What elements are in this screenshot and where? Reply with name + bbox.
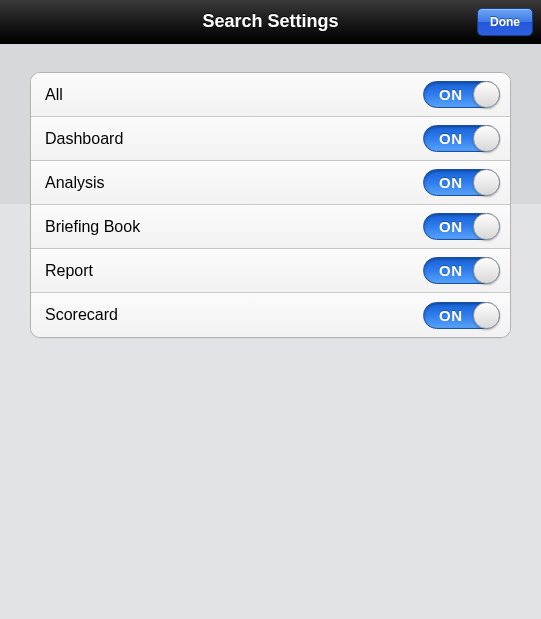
toggle-knob-icon <box>473 257 500 284</box>
row-all: All ON <box>31 73 510 117</box>
toggle-knob-icon <box>473 169 500 196</box>
row-scorecard: Scorecard ON <box>31 293 510 337</box>
toggle-knob-icon <box>473 213 500 240</box>
content-area: All ON Dashboard ON Analysis ON Briefing… <box>0 44 541 366</box>
toggle-on-label: ON <box>439 218 463 235</box>
row-label: Scorecard <box>45 306 118 324</box>
row-dashboard: Dashboard ON <box>31 117 510 161</box>
toggle-dashboard[interactable]: ON <box>423 125 500 152</box>
toggle-all[interactable]: ON <box>423 81 500 108</box>
toggle-knob-icon <box>473 125 500 152</box>
header-bar: Search Settings Done <box>0 0 541 44</box>
toggle-on-label: ON <box>439 262 463 279</box>
row-label: Analysis <box>45 174 105 192</box>
toggle-on-label: ON <box>439 307 463 324</box>
toggle-on-label: ON <box>439 174 463 191</box>
row-label: All <box>45 86 63 104</box>
page-title: Search Settings <box>202 11 338 32</box>
toggle-knob-icon <box>473 302 500 329</box>
row-label: Report <box>45 262 93 280</box>
row-report: Report ON <box>31 249 510 293</box>
settings-table: All ON Dashboard ON Analysis ON Briefing… <box>30 72 511 338</box>
toggle-on-label: ON <box>439 86 463 103</box>
toggle-briefing-book[interactable]: ON <box>423 213 500 240</box>
toggle-knob-icon <box>473 81 500 108</box>
row-analysis: Analysis ON <box>31 161 510 205</box>
toggle-report[interactable]: ON <box>423 257 500 284</box>
done-button[interactable]: Done <box>477 8 533 36</box>
toggle-analysis[interactable]: ON <box>423 169 500 196</box>
row-label: Briefing Book <box>45 218 140 236</box>
toggle-on-label: ON <box>439 130 463 147</box>
row-briefing-book: Briefing Book ON <box>31 205 510 249</box>
toggle-scorecard[interactable]: ON <box>423 302 500 329</box>
row-label: Dashboard <box>45 130 123 148</box>
